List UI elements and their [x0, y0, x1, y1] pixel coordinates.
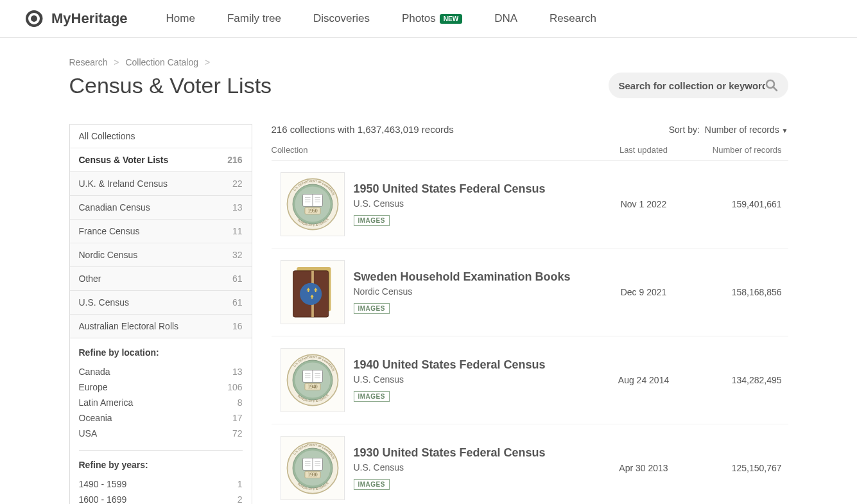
- refine-year-item[interactable]: 1490 - 15991: [79, 476, 243, 492]
- refine-years-title: Refine by years:: [79, 460, 243, 470]
- collection-thumbnail[interactable]: 1930 U.S. DEPARTMENT OF COMMERCE BUREAU …: [281, 436, 345, 500]
- svg-point-22: [300, 283, 322, 305]
- facet-all-collections[interactable]: All Collections: [70, 125, 252, 148]
- results-summary: 216 collections with 1,637,463,019 recor…: [272, 124, 454, 135]
- svg-line-3: [774, 87, 777, 91]
- table-header: Collection Last updated Number of record…: [272, 140, 788, 161]
- col-collection: Collection: [272, 145, 596, 155]
- new-badge: NEW: [440, 14, 462, 24]
- collection-title[interactable]: 1940 United States Federal Census: [354, 358, 596, 372]
- collection-records: 125,150,767: [692, 463, 788, 473]
- refine-location-item[interactable]: Europe106: [79, 379, 243, 395]
- sidebar: All Collections Census & Voter Lists216U…: [69, 124, 252, 504]
- refine-section: Refine by location: Canada13Europe106Lat…: [69, 338, 252, 504]
- main-nav: Home Family tree Discoveries Photos NEW …: [166, 12, 831, 25]
- svg-point-1: [31, 15, 37, 22]
- facet-category[interactable]: Canadian Census13: [70, 196, 252, 220]
- facet-category[interactable]: U.K. & Ireland Census22: [70, 172, 252, 196]
- collection-subtitle: U.S. Census: [354, 462, 596, 473]
- refine-location-title: Refine by location:: [79, 347, 243, 358]
- collection-subtitle: U.S. Census: [354, 374, 596, 385]
- collection-subtitle: U.S. Census: [354, 198, 596, 209]
- collection-updated: Nov 1 2022: [596, 199, 692, 209]
- collection-updated: Dec 9 2021: [596, 287, 692, 297]
- col-updated: Last updated: [596, 145, 692, 155]
- logo[interactable]: MyHeritage: [26, 10, 128, 27]
- images-tag: IMAGES: [354, 303, 390, 314]
- collection-title[interactable]: 1950 United States Federal Census: [354, 182, 596, 196]
- facet-category[interactable]: U.S. Census61: [70, 291, 252, 315]
- refine-year-item[interactable]: 1600 - 16992: [79, 492, 243, 504]
- collection-updated: Aug 24 2014: [596, 375, 692, 385]
- facet-category[interactable]: France Census11: [70, 220, 252, 243]
- facet-category[interactable]: Other61: [70, 267, 252, 291]
- collection-thumbnail[interactable]: 1940 U.S. DEPARTMENT OF COMMERCE BUREAU …: [281, 348, 345, 412]
- chevron-right-icon: >: [205, 57, 210, 67]
- collection-updated: Apr 30 2013: [596, 463, 692, 473]
- collection-row: 1940 U.S. DEPARTMENT OF COMMERCE BUREAU …: [272, 336, 788, 424]
- refine-location-item[interactable]: Canada13: [79, 364, 243, 379]
- chevron-right-icon: >: [114, 57, 119, 67]
- collection-thumbnail[interactable]: [281, 260, 345, 324]
- nav-home[interactable]: Home: [166, 12, 195, 25]
- refine-location-item[interactable]: Oceania17: [79, 410, 243, 426]
- svg-text:1940: 1940: [307, 384, 318, 390]
- breadcrumb: Research > Collection Catalog >: [69, 57, 788, 67]
- page-title: Census & Voter Lists: [69, 73, 272, 98]
- images-tag: IMAGES: [354, 215, 390, 226]
- collection-row: 1950 U.S. DEPARTMENT OF COMMERCE BUREAU …: [272, 161, 788, 248]
- search-icon: [765, 79, 778, 92]
- breadcrumb-catalog[interactable]: Collection Catalog: [125, 57, 198, 67]
- census-seal-icon: 1940 U.S. DEPARTMENT OF COMMERCE BUREAU …: [285, 352, 340, 408]
- census-seal-icon: 1930 U.S. DEPARTMENT OF COMMERCE BUREAU …: [285, 440, 340, 496]
- collection-row: Sweden Household Examination Books Nordi…: [272, 248, 788, 336]
- svg-text:1950: 1950: [307, 208, 318, 214]
- refine-location-item[interactable]: USA72: [79, 426, 243, 441]
- images-tag: IMAGES: [354, 391, 390, 402]
- logo-icon: [26, 10, 48, 27]
- nav-photos[interactable]: Photos NEW: [402, 12, 462, 25]
- collection-records: 134,282,495: [692, 375, 788, 385]
- collection-title[interactable]: Sweden Household Examination Books: [354, 270, 596, 284]
- facet-category[interactable]: Australian Electoral Rolls16: [70, 315, 252, 338]
- sort-dropdown[interactable]: Number of records ▼: [705, 125, 788, 135]
- category-facets: All Collections Census & Voter Lists216U…: [69, 124, 252, 338]
- collection-records: 159,401,661: [692, 199, 788, 209]
- collection-subtitle: Nordic Census: [354, 286, 596, 297]
- sort-by: Sort by: Number of records ▼: [669, 125, 788, 135]
- nav-discoveries[interactable]: Discoveries: [313, 12, 370, 25]
- collection-thumbnail[interactable]: 1950 U.S. DEPARTMENT OF COMMERCE BUREAU …: [281, 172, 345, 236]
- book-icon: [288, 265, 337, 320]
- breadcrumb-research[interactable]: Research: [69, 57, 108, 67]
- caret-down-icon: ▼: [782, 127, 788, 134]
- nav-family-tree[interactable]: Family tree: [227, 12, 281, 25]
- facet-category[interactable]: Nordic Census32: [70, 243, 252, 267]
- collection-title[interactable]: 1930 United States Federal Census: [354, 446, 596, 460]
- nav-research[interactable]: Research: [550, 12, 596, 25]
- col-records: Number of records: [692, 145, 788, 155]
- refine-location-item[interactable]: Latin America8: [79, 395, 243, 410]
- images-tag: IMAGES: [354, 479, 390, 490]
- facet-category[interactable]: Census & Voter Lists216: [70, 148, 252, 172]
- search-input[interactable]: [619, 80, 765, 91]
- nav-dna[interactable]: DNA: [494, 12, 517, 25]
- results-content: 216 collections with 1,637,463,019 recor…: [272, 124, 788, 504]
- search-box[interactable]: [609, 73, 788, 98]
- svg-text:1930: 1930: [307, 472, 318, 478]
- brand-text: MyHeritage: [51, 10, 128, 27]
- census-seal-icon: 1950 U.S. DEPARTMENT OF COMMERCE BUREAU …: [285, 177, 340, 232]
- collection-row: 1930 U.S. DEPARTMENT OF COMMERCE BUREAU …: [272, 424, 788, 504]
- collection-records: 158,168,856: [692, 287, 788, 297]
- top-header: MyHeritage Home Family tree Discoveries …: [0, 0, 857, 38]
